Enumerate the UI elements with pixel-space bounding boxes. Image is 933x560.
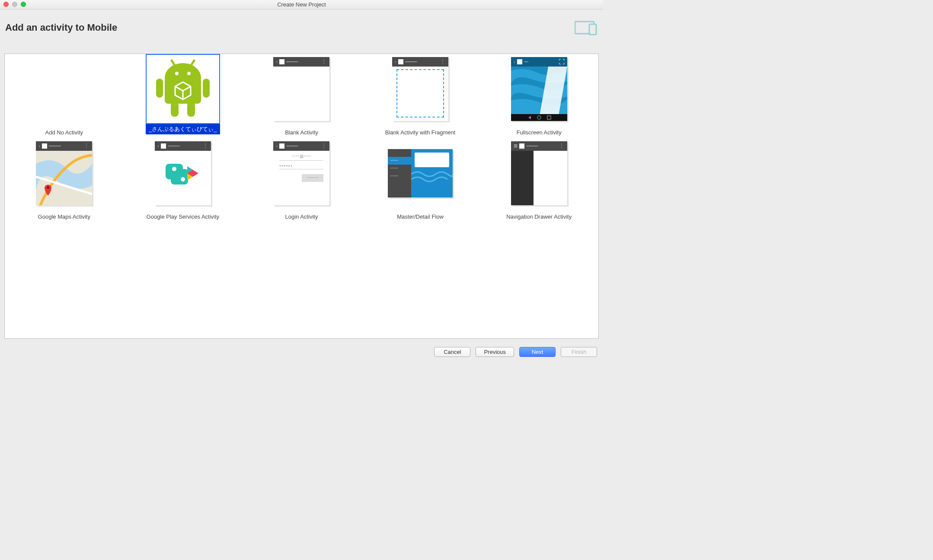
activity-template-option[interactable]: 〰〰〰〰〰〰Master/Detail Flow xyxy=(361,138,480,223)
template-label: Google Play Services Activity xyxy=(147,208,219,220)
template-thumbnail: ‹〰〰〰⋮〰〰@〰〰••••••〰〰〰 xyxy=(264,138,339,208)
form-factor-mobile-icon xyxy=(575,20,598,35)
svg-point-11 xyxy=(187,72,191,75)
template-label: Blank Activity xyxy=(285,124,318,136)
activity-template-option[interactable]: ‹〰〰〰⋮〰〰@〰〰••••••〰〰〰Login Activity xyxy=(242,138,361,223)
traffic-lights xyxy=(3,2,26,7)
activity-template-option[interactable]: ‹〰〰〰⋮Google Maps Activity xyxy=(5,138,124,223)
activity-template-list[interactable]: Add No Activity_さんぷるあくてぃびてぃ_‹〰〰〰⋮Blank A… xyxy=(4,54,599,339)
vertical-scrollbar[interactable] xyxy=(598,54,599,338)
template-thumbnail: ≡〰〰〰⋮ xyxy=(502,138,576,208)
svg-rect-7 xyxy=(187,102,195,117)
svg-rect-4 xyxy=(156,79,163,98)
previous-button[interactable]: Previous xyxy=(476,347,514,357)
svg-point-10 xyxy=(175,72,179,75)
activity-template-option[interactable]: ‹〰〰〰⋮Blank Activity with Fragment xyxy=(361,54,480,138)
activity-template-option[interactable]: _さんぷるあくてぃびてぃ_ xyxy=(124,54,243,138)
activity-template-option[interactable]: ≡〰〰〰⋮Navigation Drawer Activity xyxy=(479,138,598,223)
template-label: Navigation Drawer Activity xyxy=(506,208,572,220)
svg-point-17 xyxy=(181,177,185,181)
close-window-button[interactable] xyxy=(3,2,9,7)
svg-point-15 xyxy=(47,186,49,189)
template-label: Fullscreen Activity xyxy=(517,124,562,136)
minimize-window-button[interactable] xyxy=(12,2,17,7)
page-header: Add an activity to Mobile xyxy=(0,10,603,41)
next-button[interactable]: Next xyxy=(519,347,556,357)
template-thumbnail xyxy=(27,54,101,124)
activity-template-option[interactable]: ‹〰⛶Fullscreen Activity xyxy=(479,54,598,138)
activity-template-option[interactable]: ‹〰〰〰⋮Blank Activity xyxy=(242,54,361,138)
template-label: Login Activity xyxy=(285,208,318,220)
template-thumbnail: ‹〰〰〰⋮ xyxy=(383,54,457,124)
zoom-window-button[interactable] xyxy=(21,2,26,7)
svg-rect-13 xyxy=(547,116,551,119)
window-titlebar: Create New Project xyxy=(0,0,603,10)
svg-rect-6 xyxy=(171,102,179,117)
template-thumbnail: ‹〰〰〰⋮ xyxy=(264,54,339,124)
window-title: Create New Project xyxy=(0,1,603,8)
svg-rect-5 xyxy=(203,79,210,98)
template-label: Blank Activity with Fragment xyxy=(385,124,456,136)
template-label: Add No Activity xyxy=(45,124,83,136)
template-label: Google Maps Activity xyxy=(38,208,90,220)
activity-template-option[interactable]: Add No Activity xyxy=(5,54,124,138)
cancel-button[interactable]: Cancel xyxy=(434,347,470,357)
template-thumbnail xyxy=(146,54,220,124)
finish-button: Finish xyxy=(561,347,597,357)
svg-point-12 xyxy=(537,116,541,119)
wizard-footer: Cancel Previous Next Finish xyxy=(0,341,603,362)
template-label: _さんぷるあくてぃびてぃ_ xyxy=(146,124,220,134)
template-thumbnail: ‹〰⛶ xyxy=(502,54,576,124)
template-thumbnail: 〰〰〰〰〰〰 xyxy=(383,138,457,208)
template-label: Master/Detail Flow xyxy=(397,208,444,220)
svg-point-16 xyxy=(172,167,176,171)
activity-template-option[interactable]: ‹〰〰〰⋮Google Play Services Activity xyxy=(124,138,243,223)
template-thumbnail: ‹〰〰〰⋮ xyxy=(27,138,101,208)
svg-rect-1 xyxy=(589,24,596,35)
page-title: Add an activity to Mobile xyxy=(5,22,117,33)
template-thumbnail: ‹〰〰〰⋮ xyxy=(146,138,220,208)
